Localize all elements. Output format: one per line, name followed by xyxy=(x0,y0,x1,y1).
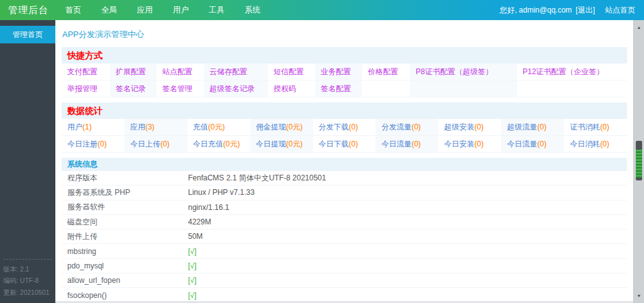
quick-link[interactable]: 签名管理 xyxy=(162,84,192,94)
system-info-row: 服务器软件 nginx/1.16.1 xyxy=(62,201,627,215)
quick-link-cell: 云储存配置 xyxy=(204,63,268,80)
stat-label: 应用 xyxy=(130,122,145,133)
nav-item-tools[interactable]: 工具 xyxy=(199,0,235,20)
sidebar: 管理首页 版本: 2.1 编码: UTF-8 更新: 20210501 xyxy=(0,20,55,303)
sys-check-ok: [√] xyxy=(188,276,196,285)
quick-link-cell: 授权码 xyxy=(268,80,315,97)
scroll-up-arrow-icon[interactable]: ▲ xyxy=(634,25,644,30)
main-content: APP分发演示管理中心 快捷方式 支付配置 扩展配置 站点配置 云储存配置 短信… xyxy=(55,20,633,303)
quick-link-cell xyxy=(362,80,410,97)
nav-item-app[interactable]: 应用 xyxy=(127,0,163,20)
stat-item: 今日充值(0元) xyxy=(187,136,250,152)
stat-label: 今日注册 xyxy=(67,139,97,150)
system-info-row: 服务器系统及 PHP Linux / PHP v7.1.33 xyxy=(62,185,627,200)
stat-value: (0) xyxy=(600,140,609,148)
quick-link[interactable]: 业务配置 xyxy=(321,67,351,77)
sys-label: mbstring xyxy=(62,247,188,256)
stat-item: 证书消耗(0) xyxy=(564,119,627,135)
stat-label: 今日上传 xyxy=(130,139,160,150)
stat-value: (0) xyxy=(474,123,484,131)
scroll-down-arrow-icon[interactable]: ▼ xyxy=(634,294,644,298)
quick-link[interactable]: 签名记录 xyxy=(116,84,146,94)
quick-link[interactable]: 短信配置 xyxy=(274,67,304,77)
stat-item: 今日安装(0) xyxy=(438,136,501,152)
quick-link[interactable]: 超级签名记录 xyxy=(209,84,255,94)
stat-label: 超级流量 xyxy=(507,122,537,133)
sidebar-item-admin-home[interactable]: 管理首页 xyxy=(0,26,55,43)
system-info-row: mbstring [√] xyxy=(62,244,627,258)
quick-link-cell: P8证书配置（超级签） xyxy=(410,63,517,80)
quick-link-cell: 签名管理 xyxy=(157,80,204,97)
quick-link-cell: 支付配置 xyxy=(62,63,110,80)
scrollbar-thumb[interactable] xyxy=(636,141,642,180)
quick-link[interactable]: 价格配置 xyxy=(368,67,398,77)
sidebar-updated: 更新: 20210501 xyxy=(3,287,52,298)
logout-link[interactable]: [退出] xyxy=(575,5,595,16)
layout: 管理首页 版本: 2.1 编码: UTF-8 更新: 20210501 APP分… xyxy=(0,20,644,303)
stat-value: (0) xyxy=(537,123,547,131)
stat-label: 佣金提现 xyxy=(256,122,286,133)
stat-value: (0) xyxy=(160,140,170,148)
nav-item-user[interactable]: 用户 xyxy=(163,0,199,20)
quick-link[interactable]: 签名配置 xyxy=(321,84,351,94)
sys-label: allow_url_fopen xyxy=(62,276,188,285)
stat-value: (3) xyxy=(145,123,155,131)
quick-link[interactable]: 扩展配置 xyxy=(116,67,146,77)
sys-label: 服务器软件 xyxy=(62,202,188,212)
stat-item: 分发下载(0) xyxy=(313,119,376,135)
stat-label: 今日安装 xyxy=(444,139,474,150)
quick-link[interactable]: 站点配置 xyxy=(162,67,192,77)
nav-item-global[interactable]: 全局 xyxy=(91,0,127,20)
quick-links-row: 支付配置 扩展配置 站点配置 云储存配置 短信配置 业务配置 价格配置 P8证书… xyxy=(62,63,627,80)
quick-link[interactable]: 云储存配置 xyxy=(209,67,247,77)
stat-value: (0) xyxy=(411,140,421,148)
quick-link[interactable]: 支付配置 xyxy=(67,67,97,77)
stat-label: 今日充值 xyxy=(193,139,223,150)
quick-link[interactable]: P8证书配置（超级签） xyxy=(416,67,493,77)
stat-item: 佣金提现(0元) xyxy=(250,119,313,135)
stat-value: (0元) xyxy=(286,139,303,150)
quick-link-cell: 超级签名记录 xyxy=(204,80,268,97)
nav-item-system[interactable]: 系统 xyxy=(235,0,270,20)
admin-dashboard: 管理后台 首页 全局 应用 用户 工具 系统 您好, admin@qq.com … xyxy=(0,0,644,303)
sys-value: Linux / PHP v7.1.33 xyxy=(188,188,255,197)
quick-link[interactable]: P12证书配置（企业签） xyxy=(523,67,604,77)
app-title: 管理后台 xyxy=(0,4,55,16)
quick-link[interactable]: 举报管理 xyxy=(67,84,97,94)
sys-label: 磁盘空间 xyxy=(62,217,188,228)
sidebar-footer: 版本: 2.1 编码: UTF-8 更新: 20210501 xyxy=(3,259,52,298)
stat-label: 今日提现 xyxy=(256,139,286,150)
vertical-scrollbar[interactable]: ▲ ▼ xyxy=(633,20,644,303)
stats-panel: 数据统计 用户(1) 应用(3) 充值(0元) 佣金提现(0元) 分发下载(0)… xyxy=(62,102,627,153)
topbar: 管理后台 首页 全局 应用 用户 工具 系统 您好, admin@qq.com … xyxy=(0,0,644,20)
site-home-link[interactable]: 站点首页 xyxy=(605,5,635,16)
sys-label: 服务器系统及 PHP xyxy=(62,187,188,198)
stat-item: 今日流量(0) xyxy=(375,136,438,152)
system-info-row: allow_url_fopen [√] xyxy=(62,273,627,288)
stat-value: (0) xyxy=(411,123,421,131)
sys-label: fsockopen() xyxy=(62,291,188,300)
page-title: APP分发演示管理中心 xyxy=(62,29,627,40)
sys-check-ok: [√] xyxy=(188,291,196,300)
nav-item-home[interactable]: 首页 xyxy=(55,0,91,20)
system-info-panel: 系统信息 程序版本 FenfaCMS 2.1 简体中文UTF-8 2021050… xyxy=(62,158,627,303)
stat-value: (0) xyxy=(97,140,107,148)
stat-item: 应用(3) xyxy=(125,119,187,135)
stat-item: 今日注册(0) xyxy=(62,136,125,152)
stat-value: (0元) xyxy=(208,122,225,133)
sys-value: nginx/1.16.1 xyxy=(188,203,229,212)
stat-value: (0) xyxy=(537,140,547,148)
quick-link[interactable]: 授权码 xyxy=(274,84,296,94)
system-info-row: 程序版本 FenfaCMS 2.1 简体中文UTF-8 20210501 xyxy=(62,171,627,185)
quick-links-header: 快捷方式 xyxy=(62,47,627,63)
stat-label: 用户 xyxy=(67,122,82,133)
stat-item: 今日下载(0) xyxy=(313,136,376,152)
sys-value: 50M xyxy=(188,232,203,241)
quick-link-cell: 签名记录 xyxy=(110,80,157,97)
stat-label: 今日流量 xyxy=(381,139,411,150)
stat-item: 用户(1) xyxy=(62,119,125,135)
stat-label: 充值 xyxy=(193,122,208,133)
main-nav: 首页 全局 应用 用户 工具 系统 xyxy=(55,0,270,20)
quick-link-cell: 签名配置 xyxy=(315,80,362,97)
user-greeting: 您好, admin@qq.com xyxy=(499,5,572,16)
